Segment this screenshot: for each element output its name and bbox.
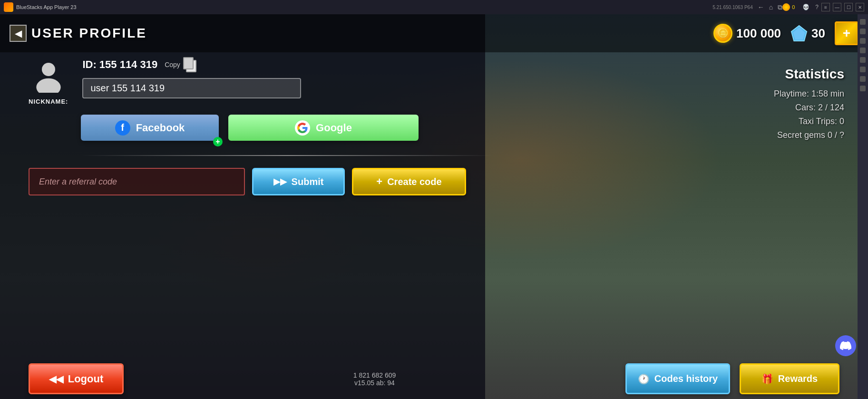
sidebar-icon-7[interactable] bbox=[860, 76, 866, 82]
stat-cars: Cars: 2 / 124 bbox=[692, 103, 844, 113]
history-clock-icon: 🕐 bbox=[638, 373, 650, 385]
version-info: 1 821 682 609 v15.05 ab: 94 bbox=[133, 371, 616, 387]
stats-panel: Statistics Playtime: 1:58 min Cars: 2 / … bbox=[683, 57, 854, 154]
page-header: ◀ USER PROFILE 🪙 100 000 30 + bbox=[0, 14, 868, 52]
stat-taxi-trips: Taxi Trips: 0 bbox=[692, 117, 844, 127]
restore-btn[interactable]: ☐ bbox=[844, 3, 853, 11]
svg-point-3 bbox=[36, 78, 60, 93]
version-line2: v15.05 ab: 94 bbox=[133, 379, 616, 387]
submit-label: Submit bbox=[292, 176, 324, 187]
codes-history-button[interactable]: 🕐 Codes history bbox=[625, 363, 730, 394]
stats-title: Statistics bbox=[692, 67, 844, 82]
coin-amount: 100 000 bbox=[736, 26, 781, 41]
nav-back[interactable]: ← bbox=[758, 3, 764, 11]
page-title: USER PROFILE bbox=[31, 26, 147, 41]
sidebar-icon-3[interactable] bbox=[860, 38, 866, 44]
google-button[interactable]: Google bbox=[228, 115, 419, 141]
gem-icon bbox=[790, 25, 808, 42]
bottom-bar: ◀◀ Logout 1 821 682 609 v15.05 ab: 94 🕐 … bbox=[0, 363, 868, 394]
minimize-btn[interactable]: — bbox=[833, 3, 841, 11]
profile-info: ID: 155 114 319 Copy bbox=[82, 57, 466, 98]
app-logo bbox=[4, 2, 13, 12]
sidebar-icon-8[interactable] bbox=[860, 86, 866, 91]
coin-icon: 🪙 bbox=[713, 24, 732, 43]
gems-display: 30 bbox=[790, 25, 825, 42]
stat-playtime: Playtime: 1:58 min bbox=[692, 89, 844, 99]
avatar-container: NICKNAME: bbox=[29, 57, 68, 105]
titlebar-coin-count: 0 bbox=[792, 4, 795, 10]
titlebar-coin-icon bbox=[782, 3, 790, 11]
back-arrow-icon: ◀ bbox=[10, 25, 27, 42]
logout-arrow-icon: ◀◀ bbox=[49, 373, 63, 385]
nav-stack[interactable]: ⧉ bbox=[778, 3, 782, 11]
rewards-button[interactable]: 🎁 Rewards bbox=[740, 363, 839, 394]
google-icon bbox=[295, 120, 310, 136]
titlebar-nav: ← ⌂ ⧉ bbox=[758, 3, 782, 11]
app-title: BlueStacks App Player 23 bbox=[16, 4, 709, 10]
copy-button[interactable]: Copy bbox=[165, 57, 196, 72]
close-btn[interactable]: ✕ bbox=[856, 3, 864, 11]
titlebar-coin-display: 0 bbox=[782, 3, 795, 11]
sidebar-icon-1[interactable] bbox=[860, 19, 866, 25]
copy-label: Copy bbox=[165, 61, 180, 68]
gift-icon: 🎁 bbox=[761, 373, 773, 385]
profile-row: NICKNAME: ID: 155 114 319 Copy bbox=[29, 57, 466, 105]
header-currency: 🪙 100 000 30 + bbox=[713, 21, 858, 45]
add-currency-button[interactable]: + bbox=[835, 21, 858, 45]
sidebar-icon-5[interactable] bbox=[860, 57, 866, 63]
nav-home[interactable]: ⌂ bbox=[769, 3, 773, 11]
referral-code-input[interactable] bbox=[29, 168, 245, 195]
facebook-icon: f bbox=[115, 120, 130, 136]
copy-icon bbox=[183, 57, 196, 72]
nickname-input[interactable] bbox=[82, 78, 301, 98]
svg-point-2 bbox=[42, 63, 55, 76]
coins-display: 🪙 100 000 bbox=[713, 24, 781, 43]
sidebar-icon-4[interactable] bbox=[860, 48, 866, 53]
avatar bbox=[29, 57, 68, 95]
app-version: 5.21.650.1063 P64 bbox=[712, 5, 753, 10]
titlebar-controls: 0 💀 ? ≡ — ☐ ✕ bbox=[782, 3, 864, 11]
profile-section: NICKNAME: ID: 155 114 319 Copy bbox=[29, 57, 466, 195]
separator bbox=[81, 155, 495, 156]
rewards-label: Rewards bbox=[778, 373, 818, 384]
user-id-row: ID: 155 114 319 Copy bbox=[82, 57, 466, 72]
nickname-label: NICKNAME: bbox=[29, 98, 68, 105]
skull-icon: 💀 bbox=[802, 4, 809, 10]
create-code-plus-icon: + bbox=[376, 175, 382, 188]
submit-arrows-icon: ▶▶ bbox=[273, 176, 287, 187]
submit-button[interactable]: ▶▶ Submit bbox=[252, 168, 345, 195]
create-code-button[interactable]: + Create code bbox=[352, 168, 466, 195]
plus-indicator: + bbox=[213, 137, 223, 146]
help-icon[interactable]: ? bbox=[815, 4, 819, 10]
facebook-button[interactable]: f Facebook + bbox=[81, 115, 219, 141]
menu-icon[interactable]: ≡ bbox=[821, 3, 830, 11]
referral-row: ▶▶ Submit + Create code bbox=[29, 168, 466, 195]
titlebar: BlueStacks App Player 23 5.21.650.1063 P… bbox=[0, 0, 868, 14]
main-content: ◀ USER PROFILE 🪙 100 000 30 + bbox=[0, 14, 868, 399]
sidebar-icon-2[interactable] bbox=[860, 29, 866, 34]
google-label: Google bbox=[316, 122, 352, 134]
logout-button[interactable]: ◀◀ Logout bbox=[29, 363, 124, 394]
back-button[interactable]: ◀ USER PROFILE bbox=[10, 25, 147, 42]
codes-history-label: Codes history bbox=[654, 373, 718, 384]
stat-secret-gems: Secret gems 0 / ? bbox=[692, 130, 844, 140]
discord-button[interactable] bbox=[835, 335, 856, 356]
social-buttons-row: f Facebook + Google bbox=[81, 115, 466, 141]
sidebar-icon-6[interactable] bbox=[860, 67, 866, 72]
user-id: ID: 155 114 319 bbox=[82, 58, 157, 71]
create-code-label: Create code bbox=[387, 176, 442, 187]
right-sidebar bbox=[858, 14, 868, 399]
logout-label: Logout bbox=[68, 373, 104, 385]
gem-amount: 30 bbox=[811, 26, 825, 41]
facebook-label: Facebook bbox=[136, 122, 185, 134]
version-line1: 1 821 682 609 bbox=[133, 371, 616, 379]
